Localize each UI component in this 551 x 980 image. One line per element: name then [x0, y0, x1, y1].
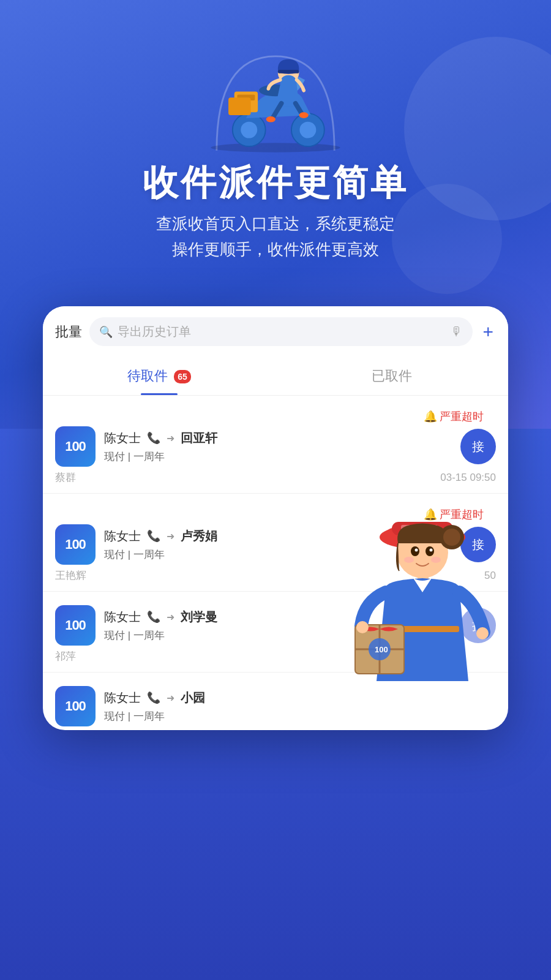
svg-point-2 — [241, 122, 257, 138]
logo-4: 100 — [55, 686, 96, 726]
order-item-2: 🔔 严重超时 100 陈女士 📞 ➜ 卢秀娟 现付 | 一周年 接 王艳辉 50 — [43, 494, 508, 592]
bell-icon-1: 🔔 — [424, 410, 437, 423]
order-name-row-4: 陈女士 📞 ➜ 小园 — [104, 690, 496, 706]
search-placeholder: 导出历史订单 — [118, 323, 446, 340]
logo-text-4: 100 — [65, 698, 86, 714]
tab-pending-label: 待取件 — [127, 368, 168, 383]
order-meta-2: 王艳辉 50 — [55, 565, 496, 587]
order-tags-2: 现付 | 一周年 — [104, 548, 452, 562]
order-meta-3: 祁萍 — [55, 646, 496, 668]
order-tags-4: 现付 | 一周年 — [104, 709, 496, 723]
arrow-icon-2: ➜ — [167, 530, 174, 542]
order-tags-3: 现付 | 一周年 — [104, 628, 452, 643]
phone-icon-2[interactable]: 📞 — [147, 529, 160, 543]
order-tags-1: 现付 | 一周年 — [104, 450, 452, 464]
subtitle-line1: 查派收首页入口直达，系统更稳定 — [0, 211, 551, 237]
subtitle-line2: 操作更顺手，收件派件更高效 — [0, 237, 551, 263]
order-meta-1: 蔡群 03-15 09:50 — [55, 467, 496, 489]
order-name-row-2: 陈女士 📞 ➜ 卢秀娟 — [104, 528, 452, 545]
search-icon: 🔍 — [99, 325, 113, 339]
arrow-icon-3: ➜ — [167, 611, 174, 623]
hero-title: 收件派件更简单 — [0, 159, 551, 207]
svg-rect-9 — [228, 97, 251, 115]
receiver-name-3: 刘学曼 — [181, 609, 217, 625]
alert-text-1: 严重超时 — [440, 409, 484, 424]
phone-mockup: 批量 🔍 导出历史订单 🎙 + 待取件 65 已取件 🔔 严重超时 100 — [43, 306, 508, 730]
order-info-1: 陈女士 📞 ➜ 回亚轩 现付 | 一周年 — [104, 430, 452, 464]
mic-icon: 🎙 — [451, 325, 463, 339]
phone-icon-1[interactable]: 📞 — [147, 431, 160, 445]
svg-point-12 — [266, 116, 276, 123]
order-main-row-1: 100 陈女士 📞 ➜ 回亚轩 现付 | 一周年 接 — [55, 426, 496, 467]
tab-pending[interactable]: 待取件 65 — [43, 357, 276, 395]
accept-button-3[interactable]: 接 — [460, 608, 496, 643]
logo-2: 100 — [55, 524, 96, 565]
order-main-row-3: 100 陈女士 📞 ➜ 刘学曼 现付 | 一周年 接 — [55, 605, 496, 646]
bell-icon-2: 🔔 — [424, 508, 437, 521]
alert-text-2: 严重超时 — [440, 507, 484, 522]
courier-name-3: 祁萍 — [55, 649, 76, 663]
order-item-1: 🔔 严重超时 100 陈女士 📞 ➜ 回亚轩 现付 | 一周年 接 蔡群 03-… — [43, 396, 508, 494]
tab-collected-label: 已取件 — [372, 368, 412, 383]
order-item-4: 100 陈女士 📞 ➜ 小园 现付 | 一周年 — [43, 673, 508, 730]
phone-icon-4[interactable]: 📞 — [147, 691, 160, 704]
batch-button[interactable]: 批量 — [55, 323, 82, 341]
search-input-wrap[interactable]: 🔍 导出历史订单 🎙 — [89, 317, 473, 346]
alert-row-1: 🔔 严重超时 — [55, 404, 496, 426]
arrow-icon-4: ➜ — [167, 692, 174, 704]
order-main-row-2: 100 陈女士 📞 ➜ 卢秀娟 现付 | 一周年 接 — [55, 524, 496, 565]
arrow-icon-1: ➜ — [167, 432, 174, 444]
logo-3: 100 — [55, 605, 96, 646]
courier-name-2: 王艳辉 — [55, 568, 86, 582]
accept-button-1[interactable]: 接 — [460, 429, 496, 464]
receiver-name-2: 卢秀娟 — [181, 528, 217, 545]
order-main-row-4: 100 陈女士 📞 ➜ 小园 现付 | 一周年 — [55, 686, 496, 726]
hero-subtitle: 查派收首页入口直达，系统更稳定 操作更顺手，收件派件更高效 — [0, 211, 551, 262]
sender-name-4: 陈女士 — [104, 690, 141, 706]
logo-text-2: 100 — [65, 537, 86, 552]
order-time-2: 50 — [484, 570, 496, 582]
sender-name-1: 陈女士 — [104, 430, 141, 447]
order-info-3: 陈女士 📞 ➜ 刘学曼 现付 | 一周年 — [104, 609, 452, 643]
sender-name-3: 陈女士 — [104, 609, 141, 625]
order-item-3: 100 陈女士 📞 ➜ 刘学曼 现付 | 一周年 接 祁萍 — [43, 592, 508, 673]
alert-row-2: 🔔 严重超时 — [55, 502, 496, 524]
order-info-4: 陈女士 📞 ➜ 小园 现付 | 一周年 — [104, 690, 496, 723]
logo-text-1: 100 — [65, 439, 86, 454]
search-bar-row: 批量 🔍 导出历史订单 🎙 + — [43, 306, 508, 357]
add-button[interactable]: + — [480, 322, 496, 342]
courier-name-1: 蔡群 — [55, 470, 76, 484]
receiver-name-1: 回亚轩 — [181, 430, 217, 447]
sender-name-2: 陈女士 — [104, 528, 141, 545]
order-name-row-3: 陈女士 📞 ➜ 刘学曼 — [104, 609, 452, 625]
tab-pending-badge: 65 — [174, 370, 191, 383]
order-name-row-1: 陈女士 📞 ➜ 回亚轩 — [104, 430, 452, 447]
order-info-2: 陈女士 📞 ➜ 卢秀娟 现付 | 一周年 — [104, 528, 452, 562]
receiver-name-4: 小园 — [181, 690, 205, 706]
svg-point-0 — [211, 143, 340, 152]
tabs-row: 待取件 65 已取件 — [43, 357, 508, 396]
order-time-1: 03-15 09:50 — [440, 472, 496, 484]
tab-collected[interactable]: 已取件 — [276, 357, 508, 395]
svg-point-4 — [299, 122, 316, 138]
svg-rect-11 — [278, 70, 299, 74]
logo-text-3: 100 — [65, 617, 86, 633]
phone-icon-3[interactable]: 📞 — [147, 610, 160, 624]
logo-1: 100 — [55, 426, 96, 467]
accept-button-2[interactable]: 接 — [460, 527, 496, 562]
scooter-illustration — [196, 12, 355, 159]
svg-point-13 — [299, 112, 308, 118]
